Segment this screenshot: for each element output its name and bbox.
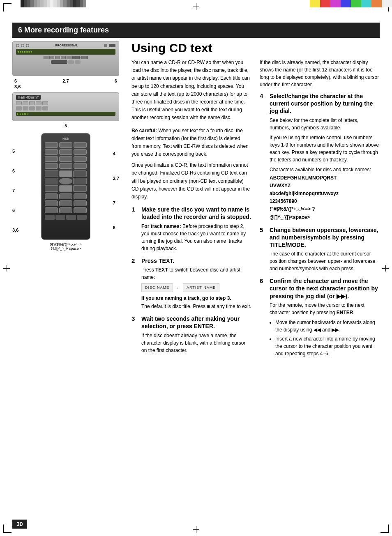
arrow-icon: →: [175, 284, 180, 292]
disc-name-display: DISC NAME: [141, 283, 173, 292]
label-6-left: 6: [14, 78, 17, 83]
bullet-1: Move the cursor backwards or forwards al…: [275, 319, 380, 334]
chars-lower: abcdefghijklmnopqrstuvwxyz: [270, 190, 380, 198]
page-title: Using CD text: [131, 41, 380, 55]
step-1-title: Make sure the disc you want to name is l…: [141, 206, 251, 221]
step-6-title: Confirm the character and move the curso…: [270, 277, 380, 300]
artist-name-display: ARTIST NAME: [183, 283, 219, 292]
intro-be-careful: Be careful: When you set text for a four…: [131, 127, 251, 159]
step-6: 6 Confirm the character and move the cur…: [260, 277, 380, 357]
intro-finalize: Once you finalize a CD-R, the text infor…: [131, 161, 251, 201]
page-number: 30: [12, 520, 27, 529]
chars-nums: 1234567890: [270, 198, 380, 205]
label-6-right: 6: [115, 78, 117, 83]
remote-buttons-lower: [45, 193, 87, 213]
header-banner: 6 More recording features: [12, 23, 380, 38]
col-intro: You can name a CD-R or CD-RW so that whe…: [131, 59, 251, 362]
remote-label-6b: 6: [12, 208, 18, 213]
step-5-body: The case of the character at the current…: [260, 250, 380, 272]
step-2-body: Press TEXT to switch between disc and ar…: [131, 266, 251, 311]
color-bar: [310, 0, 392, 7]
label-2-7: 2,7: [62, 78, 69, 83]
step-6-bullets: Move the cursor backwards or forwards al…: [270, 319, 380, 357]
chars-section: Characters available for disc and track …: [270, 166, 380, 221]
device-top: PROFESSIONAL ■ ■ ■ ■ ■ ■ ■: [12, 41, 119, 76]
step-1-num: 1: [131, 206, 138, 213]
device-brand: PROFESSIONAL: [55, 44, 78, 48]
step-3-body: If the disc doesn't already have a name,…: [131, 332, 251, 354]
step-5-num: 5: [260, 226, 266, 233]
remote-label-7: 7: [12, 188, 18, 193]
bullet-2: Insert a new character into a name by mo…: [275, 335, 380, 357]
corner-mark-bl: [3, 524, 12, 533]
left-column: PROFESSIONAL ■ ■ ■ ■ ■ ■ ■: [12, 41, 123, 520]
remote-label-3-6: 3,6: [12, 228, 18, 232]
remote-label-6: 6: [12, 168, 18, 173]
step-2-num: 2: [131, 257, 138, 264]
step-6-num: 6: [260, 277, 266, 284]
step-4-title: Select/change the character at the curre…: [270, 92, 380, 115]
remote-label-5: 5: [12, 149, 18, 154]
small-chars-display: 0!"#$%&'()*+,-./<=> ?@[]^_`{|}<space>: [12, 242, 119, 251]
col-steps: If the disc is already named, the charac…: [260, 59, 380, 362]
device-remote: H&k: [41, 133, 90, 240]
step-4-num: 4: [260, 92, 266, 99]
right-column: Using CD text You can name a CD-R or CD-…: [123, 41, 380, 520]
remote-label-r2-7: 2,7: [113, 176, 119, 181]
step-2: 2 Press TEXT. Press TEXT to switch betwe…: [131, 257, 251, 311]
two-column-layout: You can name a CD-R or CD-RW so that whe…: [131, 59, 380, 362]
step-2-note2: The default is disc title. Press ■ at an…: [141, 303, 251, 310]
crosshair-bottom: [193, 526, 199, 533]
step-4-body: See below for the complete list of lette…: [260, 117, 380, 221]
remote-brand: H&k: [45, 137, 87, 140]
step-3-num: 3: [131, 315, 138, 322]
corner-mark-br: [380, 524, 389, 533]
label-3-6: 3,6: [14, 84, 21, 89]
top-gray-pattern: [21, 0, 86, 7]
step-3-title: Wait two seconds after making your selec…: [141, 315, 251, 330]
step-6-body: For the remote, move the cursor to the n…: [260, 301, 380, 357]
remote-buttons: [45, 142, 87, 169]
corner-mark-tl: [3, 3, 12, 12]
label-5: 5: [65, 124, 67, 128]
remote-nav-pad: [45, 170, 87, 192]
chars-symbols: !"#$%&'()*+,-./<=> ?@[]^_`{|}<space>: [270, 205, 380, 221]
step-3: 3 Wait two seconds after making your sel…: [131, 315, 251, 354]
step-1-body: For track names: Before proceeding to st…: [131, 223, 251, 252]
remote-label-r4: 4: [113, 151, 119, 156]
step-5: 5 Change between uppercase, lowercase, a…: [260, 226, 380, 273]
remote-label-r6: 6: [113, 225, 119, 230]
remote-small-buttons: [45, 215, 87, 220]
intro-para-1: You can name a CD-R or CD-RW so that whe…: [131, 59, 251, 122]
device-mid: H&k 4BurnT ▶ ■ ◀◀ ▶▶: [12, 92, 119, 121]
remote-label-r7: 7: [113, 200, 119, 205]
step-5-title: Change between uppercase, lowercase, and…: [270, 226, 380, 249]
step-4: 4 Select/change the character at the cur…: [260, 92, 380, 221]
device-mid-brand: H&k 4BurnT: [16, 95, 41, 100]
chars-upper: ABCDEFGHIJKLMNOPQRSTUVWXYZ: [270, 174, 380, 190]
step-2-title: Press TEXT.: [141, 257, 174, 265]
step-1: 1 Make sure the disc you want to name is…: [131, 206, 251, 252]
main-content: PROFESSIONAL ■ ■ ■ ■ ■ ■ ■: [12, 41, 380, 520]
crosshair-right: [382, 265, 389, 271]
crosshair-left: [3, 265, 10, 271]
header-text: 6 More recording features: [18, 26, 109, 34]
device-knob-row: [16, 44, 29, 48]
step-3-cont: If the disc is already named, the charac…: [260, 59, 380, 88]
crosshair-top: [193, 3, 199, 10]
step-2-note: If you are naming a track, go to step 3.: [141, 294, 251, 302]
